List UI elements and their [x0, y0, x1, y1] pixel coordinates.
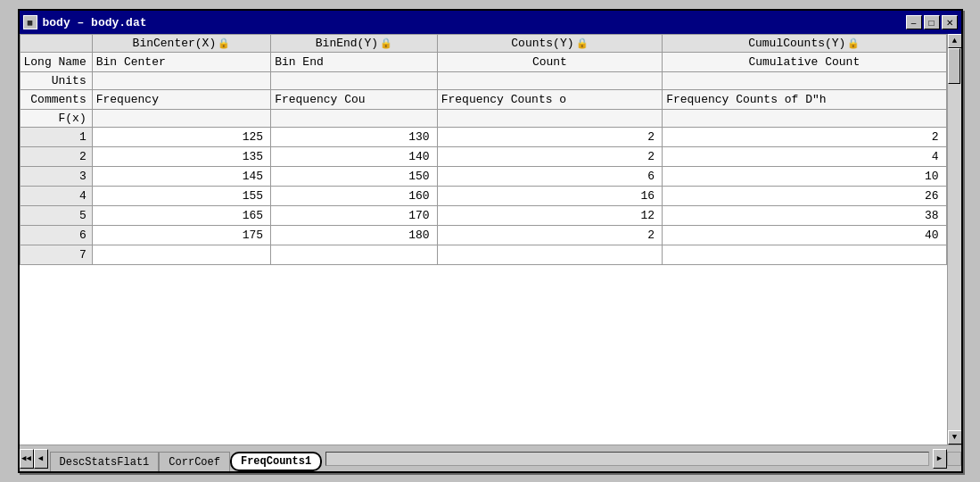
row7-counts[interactable]: [437, 245, 662, 265]
row-num-6: 6: [20, 226, 92, 245]
main-window: ▦ body – body.dat – □ ✕ BinCenter(: [18, 9, 963, 473]
row1-bin-center[interactable]: 125: [92, 128, 270, 147]
tab-desc-stats[interactable]: DescStatsFlat1: [50, 452, 160, 471]
tab-corr-coef-label: CorrCoef: [169, 456, 220, 469]
row7-bin-center[interactable]: [92, 245, 270, 265]
long-name-counts[interactable]: Count: [437, 53, 662, 72]
table-row: 2 135 140 2 4: [20, 147, 946, 167]
title-bar: ▦ body – body.dat – □ ✕: [20, 11, 961, 34]
row1-cumul-counts[interactable]: 2: [663, 128, 946, 147]
row2-bin-center[interactable]: 135: [92, 147, 270, 167]
scroll-up-button[interactable]: ▲: [948, 34, 961, 48]
comments-bin-end[interactable]: Frequency Cou: [271, 90, 438, 110]
table-wrapper: BinCenter(X) 🔒 BinEnd(Y) 🔒: [20, 34, 961, 445]
comments-row: Comments Frequency Frequency Cou Frequen…: [20, 90, 946, 110]
row5-cumul-counts[interactable]: 38: [663, 206, 946, 226]
fx-bin-center[interactable]: [92, 110, 270, 128]
row7-bin-end[interactable]: [271, 245, 438, 265]
row1-counts[interactable]: 2: [437, 128, 662, 147]
tab-freq-counts[interactable]: FreqCounts1: [230, 452, 322, 471]
col-header-empty: [20, 35, 92, 53]
title-buttons: – □ ✕: [906, 15, 958, 29]
scrollbar-track[interactable]: [948, 48, 961, 430]
window-title: body – body.dat: [43, 16, 147, 29]
bin-end-lock-icon: 🔒: [380, 37, 392, 49]
vertical-scrollbar[interactable]: ▲ ▼: [947, 34, 961, 445]
row-num-2: 2: [20, 147, 92, 167]
cumul-counts-lock-icon: 🔒: [847, 37, 860, 49]
row4-bin-center[interactable]: 155: [92, 187, 270, 206]
row5-bin-end[interactable]: 170: [271, 206, 438, 226]
scroll-right-button[interactable]: ▶: [933, 449, 947, 469]
long-name-label: Long Name: [20, 53, 92, 72]
col-bin-end-label: BinEnd(Y): [316, 37, 378, 50]
row6-bin-end[interactable]: 180: [271, 226, 438, 245]
comments-bin-center[interactable]: Frequency: [92, 90, 270, 110]
fx-label: F(x): [20, 110, 92, 128]
counts-lock-icon: 🔒: [576, 37, 589, 49]
row6-bin-center[interactable]: 175: [92, 226, 270, 245]
fx-cumul-counts[interactable]: [663, 110, 946, 128]
row7-cumul-counts[interactable]: [663, 245, 946, 265]
table-row: 1 125 130 2 2: [20, 128, 946, 147]
row3-cumul-counts[interactable]: 10: [663, 167, 946, 187]
row5-counts[interactable]: 12: [437, 206, 662, 226]
row3-counts[interactable]: 6: [437, 167, 662, 187]
comments-label: Comments: [20, 90, 92, 110]
fx-counts[interactable]: [437, 110, 662, 128]
col-header-bin-end[interactable]: BinEnd(Y) 🔒: [271, 35, 438, 53]
row1-bin-end[interactable]: 130: [271, 128, 438, 147]
units-row: Units: [20, 72, 946, 90]
row3-bin-end[interactable]: 150: [271, 167, 438, 187]
units-bin-end[interactable]: [271, 72, 438, 90]
resize-corner[interactable]: [947, 452, 961, 466]
long-name-bin-center[interactable]: Bin Center: [92, 53, 270, 72]
row5-bin-center[interactable]: 165: [92, 206, 270, 226]
content-area: BinCenter(X) 🔒 BinEnd(Y) 🔒: [20, 34, 961, 471]
row4-bin-end[interactable]: 160: [271, 187, 438, 206]
long-name-bin-end[interactable]: Bin End: [271, 53, 438, 72]
row4-counts[interactable]: 16: [437, 187, 662, 206]
comments-cumul-counts[interactable]: Frequency Counts of D"h: [663, 90, 946, 110]
units-bin-center[interactable]: [92, 72, 270, 90]
tab-nav-prev[interactable]: ◀: [34, 449, 48, 469]
long-name-cumul-counts[interactable]: Cumulative Count: [663, 53, 946, 72]
row-num-1: 1: [20, 128, 92, 147]
table-scroll[interactable]: BinCenter(X) 🔒 BinEnd(Y) 🔒: [20, 34, 947, 445]
table-row: 3 145 150 6 10: [20, 167, 946, 187]
row6-counts[interactable]: 2: [437, 226, 662, 245]
units-label: Units: [20, 72, 92, 90]
col-bin-center-label: BinCenter(X): [133, 37, 217, 50]
tab-freq-counts-label: FreqCounts1: [241, 455, 311, 468]
horizontal-scrollbar[interactable]: [325, 452, 928, 466]
row4-cumul-counts[interactable]: 26: [663, 187, 946, 206]
table-row: 5 165 170 12 38: [20, 206, 946, 226]
close-button[interactable]: ✕: [942, 15, 958, 29]
units-cumul-counts[interactable]: [663, 72, 946, 90]
scroll-down-button[interactable]: ▼: [948, 430, 961, 445]
col-header-counts[interactable]: Counts(Y) 🔒: [437, 35, 662, 53]
col-header-cumul-counts[interactable]: CumulCounts(Y) 🔒: [663, 35, 946, 53]
data-table: BinCenter(X) 🔒 BinEnd(Y) 🔒: [20, 34, 947, 265]
row-num-7: 7: [20, 245, 92, 265]
row2-bin-end[interactable]: 140: [271, 147, 438, 167]
tab-desc-stats-label: DescStatsFlat1: [60, 456, 150, 469]
col-header-bin-center[interactable]: BinCenter(X) 🔒: [92, 35, 270, 53]
row2-cumul-counts[interactable]: 4: [663, 147, 946, 167]
scrollbar-thumb[interactable]: [948, 48, 960, 84]
col-cumul-counts-label: CumulCounts(Y): [748, 37, 845, 50]
minimize-button[interactable]: –: [906, 15, 922, 29]
tab-corr-coef[interactable]: CorrCoef: [159, 452, 230, 471]
col-counts-label: Counts(Y): [511, 37, 573, 50]
row6-cumul-counts[interactable]: 40: [663, 226, 946, 245]
row3-bin-center[interactable]: 145: [92, 167, 270, 187]
tabs-container: DescStatsFlat1 CorrCoef FreqCounts1: [48, 445, 323, 471]
units-counts[interactable]: [437, 72, 662, 90]
row2-counts[interactable]: 2: [437, 147, 662, 167]
maximize-button[interactable]: □: [924, 15, 940, 29]
comments-counts[interactable]: Frequency Counts o: [437, 90, 662, 110]
fx-bin-end[interactable]: [271, 110, 438, 128]
row-num-3: 3: [20, 167, 92, 187]
table-row: 4 155 160 16 26: [20, 187, 946, 206]
tab-nav-first[interactable]: ◀◀: [20, 449, 34, 469]
